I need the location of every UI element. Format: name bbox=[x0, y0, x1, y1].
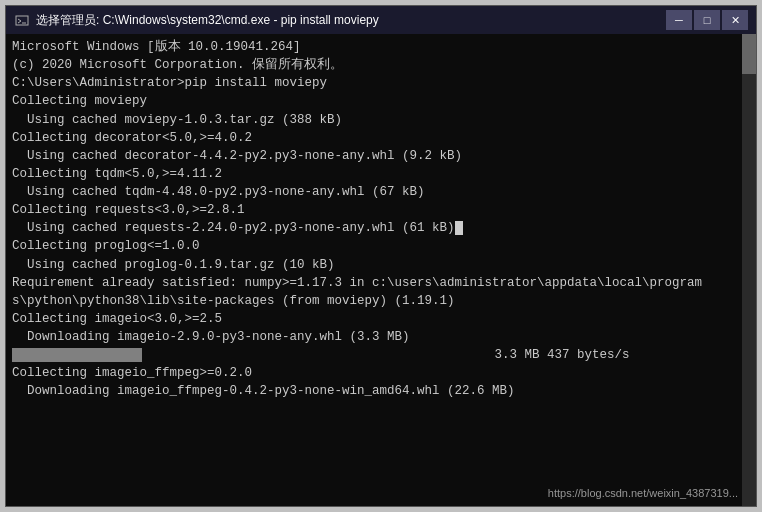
console-line: Requirement already satisfied: numpy>=1.… bbox=[12, 274, 750, 292]
cmd-icon bbox=[14, 12, 30, 28]
cursor bbox=[455, 221, 463, 235]
svg-rect-0 bbox=[16, 16, 28, 25]
progress-stats: 3.3 MB 437 bytes/s bbox=[142, 348, 630, 362]
console-line: Using cached requests-2.24.0-py2.py3-non… bbox=[12, 219, 750, 237]
close-button[interactable]: ✕ bbox=[722, 10, 748, 30]
scrollbar[interactable] bbox=[742, 34, 756, 506]
cmd-window: 选择管理员: C:\Windows\system32\cmd.exe - pip… bbox=[5, 5, 757, 507]
console-line: s\python\python38\lib\site-packages (fro… bbox=[12, 292, 750, 310]
console-line: Collecting tqdm<5.0,>=4.11.2 bbox=[12, 165, 750, 183]
console-line: Collecting imageio_ffmpeg>=0.2.0 bbox=[12, 364, 750, 382]
title-bar-controls: ─ □ ✕ bbox=[666, 10, 748, 30]
console-line: Microsoft Windows [版本 10.0.19041.264] bbox=[12, 38, 750, 56]
console-line: C:\Users\Administrator>pip install movie… bbox=[12, 74, 750, 92]
download-progress-bar bbox=[12, 348, 142, 362]
console-line: Using cached proglog-0.1.9.tar.gz (10 kB… bbox=[12, 256, 750, 274]
console-line: Collecting proglog<=1.0.0 bbox=[12, 237, 750, 255]
console-line: Collecting imageio<3.0,>=2.5 bbox=[12, 310, 750, 328]
console-line: Downloading imageio-2.9.0-py3-none-any.w… bbox=[12, 328, 750, 346]
progress-line: 3.3 MB 437 bytes/s bbox=[12, 346, 750, 364]
watermark: https://blog.csdn.net/weixin_4387319... bbox=[548, 486, 738, 502]
window-title: 选择管理员: C:\Windows\system32\cmd.exe - pip… bbox=[36, 12, 379, 29]
maximize-button[interactable]: □ bbox=[694, 10, 720, 30]
console-line: Collecting moviepy bbox=[12, 92, 750, 110]
title-bar-left: 选择管理员: C:\Windows\system32\cmd.exe - pip… bbox=[14, 12, 379, 29]
console-line: Using cached tqdm-4.48.0-py2.py3-none-an… bbox=[12, 183, 750, 201]
console-line: (c) 2020 Microsoft Corporation. 保留所有权利。 bbox=[12, 56, 750, 74]
console-line: Collecting decorator<5.0,>=4.0.2 bbox=[12, 129, 750, 147]
console-output[interactable]: Microsoft Windows [版本 10.0.19041.264](c)… bbox=[6, 34, 756, 506]
console-line: Downloading imageio_ffmpeg-0.4.2-py3-non… bbox=[12, 382, 750, 400]
minimize-button[interactable]: ─ bbox=[666, 10, 692, 30]
title-bar: 选择管理员: C:\Windows\system32\cmd.exe - pip… bbox=[6, 6, 756, 34]
console-line: Using cached moviepy-1.0.3.tar.gz (388 k… bbox=[12, 111, 750, 129]
scrollbar-thumb[interactable] bbox=[742, 34, 756, 74]
console-line: Using cached decorator-4.4.2-py2.py3-non… bbox=[12, 147, 750, 165]
console-line: Collecting requests<3.0,>=2.8.1 bbox=[12, 201, 750, 219]
